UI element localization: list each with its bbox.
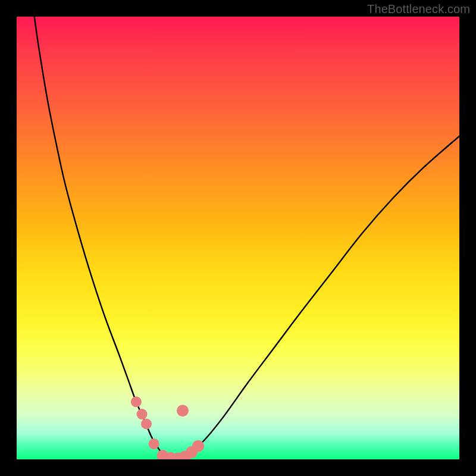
chart-frame: TheBottleneck.com: [0, 0, 476, 476]
marker-dot: [131, 396, 142, 407]
curves-group: [35, 17, 459, 457]
plot-area: [17, 17, 459, 459]
attribution-text: TheBottleneck.com: [367, 2, 470, 16]
marker-dot: [137, 409, 148, 419]
right-curve: [185, 136, 459, 457]
marker-dot: [177, 405, 189, 416]
markers-group: [131, 396, 204, 459]
marker-dot: [149, 439, 159, 449]
marker-dot: [141, 418, 152, 429]
left-curve: [35, 17, 165, 457]
chart-overlay: [17, 17, 459, 459]
marker-dot: [192, 440, 204, 452]
